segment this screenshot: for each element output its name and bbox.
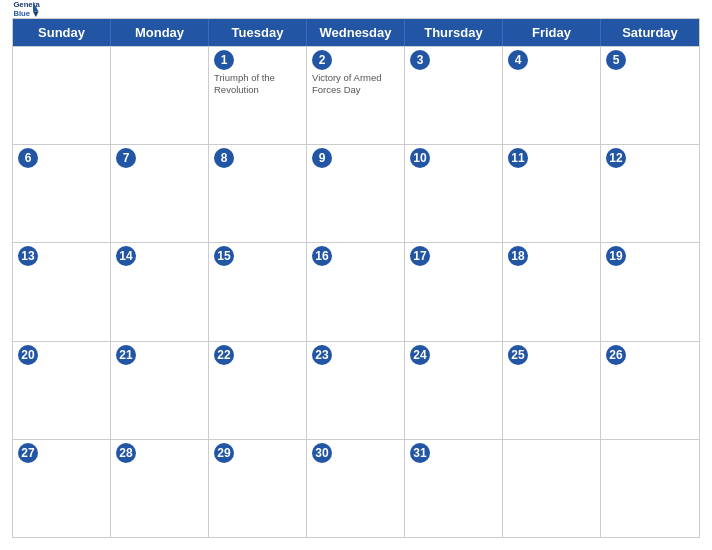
week-row-4: 20212223242526 [13, 341, 699, 439]
day-number: 25 [508, 345, 528, 365]
day-number: 28 [116, 443, 136, 463]
day-number: 23 [312, 345, 332, 365]
day-number: 13 [18, 246, 38, 266]
day-cell [601, 440, 699, 537]
day-number: 27 [18, 443, 38, 463]
day-number: 19 [606, 246, 626, 266]
calendar-grid: SundayMondayTuesdayWednesdayThursdayFrid… [12, 18, 700, 538]
day-cell: 29 [209, 440, 307, 537]
day-header-saturday: Saturday [601, 19, 699, 46]
day-number: 5 [606, 50, 626, 70]
day-number: 24 [410, 345, 430, 365]
logo: General Blue [12, 0, 40, 24]
day-number: 18 [508, 246, 528, 266]
calendar-container: General Blue SundayMondayTuesdayWednesda… [0, 0, 712, 550]
day-number: 16 [312, 246, 332, 266]
day-cell: 19 [601, 243, 699, 340]
day-cell: 18 [503, 243, 601, 340]
week-row-2: 6789101112 [13, 144, 699, 242]
day-number: 6 [18, 148, 38, 168]
logo-svg: General Blue [12, 0, 40, 24]
day-cell: 11 [503, 145, 601, 242]
day-event: Victory of Armed Forces Day [312, 72, 399, 97]
day-event: Triumph of the Revolution [214, 72, 301, 97]
day-cell: 25 [503, 342, 601, 439]
day-cell: 1Triumph of the Revolution [209, 47, 307, 144]
day-cell: 14 [111, 243, 209, 340]
day-number: 22 [214, 345, 234, 365]
day-cell: 10 [405, 145, 503, 242]
day-header-monday: Monday [111, 19, 209, 46]
day-cell: 27 [13, 440, 111, 537]
day-cell: 23 [307, 342, 405, 439]
day-cell: 21 [111, 342, 209, 439]
svg-text:Blue: Blue [13, 9, 30, 18]
day-cell: 20 [13, 342, 111, 439]
day-cell: 22 [209, 342, 307, 439]
day-cell: 8 [209, 145, 307, 242]
day-cell: 17 [405, 243, 503, 340]
day-header-tuesday: Tuesday [209, 19, 307, 46]
weeks-container: 1Triumph of the Revolution2Victory of Ar… [13, 46, 699, 537]
day-cell: 30 [307, 440, 405, 537]
day-number: 15 [214, 246, 234, 266]
day-number: 9 [312, 148, 332, 168]
day-header-friday: Friday [503, 19, 601, 46]
day-number: 26 [606, 345, 626, 365]
day-number: 4 [508, 50, 528, 70]
day-cell [503, 440, 601, 537]
day-cell: 16 [307, 243, 405, 340]
day-cell: 26 [601, 342, 699, 439]
day-cell: 24 [405, 342, 503, 439]
day-header-thursday: Thursday [405, 19, 503, 46]
day-headers: SundayMondayTuesdayWednesdayThursdayFrid… [13, 19, 699, 46]
day-cell [111, 47, 209, 144]
day-cell: 28 [111, 440, 209, 537]
day-cell: 6 [13, 145, 111, 242]
day-cell: 3 [405, 47, 503, 144]
day-cell: 15 [209, 243, 307, 340]
day-number: 21 [116, 345, 136, 365]
day-number: 11 [508, 148, 528, 168]
day-number: 12 [606, 148, 626, 168]
day-number: 14 [116, 246, 136, 266]
day-cell: 12 [601, 145, 699, 242]
day-number: 2 [312, 50, 332, 70]
day-number: 7 [116, 148, 136, 168]
week-row-3: 13141516171819 [13, 242, 699, 340]
day-header-wednesday: Wednesday [307, 19, 405, 46]
week-row-5: 2728293031 [13, 439, 699, 537]
day-cell: 5 [601, 47, 699, 144]
week-row-1: 1Triumph of the Revolution2Victory of Ar… [13, 46, 699, 144]
day-number: 31 [410, 443, 430, 463]
day-cell: 7 [111, 145, 209, 242]
day-number: 1 [214, 50, 234, 70]
svg-marker-3 [33, 11, 39, 17]
day-number: 8 [214, 148, 234, 168]
day-number: 20 [18, 345, 38, 365]
day-cell: 31 [405, 440, 503, 537]
day-number: 29 [214, 443, 234, 463]
day-number: 10 [410, 148, 430, 168]
day-number: 17 [410, 246, 430, 266]
day-cell [13, 47, 111, 144]
day-cell: 2Victory of Armed Forces Day [307, 47, 405, 144]
day-cell: 13 [13, 243, 111, 340]
day-number: 30 [312, 443, 332, 463]
day-cell: 4 [503, 47, 601, 144]
day-cell: 9 [307, 145, 405, 242]
day-number: 3 [410, 50, 430, 70]
